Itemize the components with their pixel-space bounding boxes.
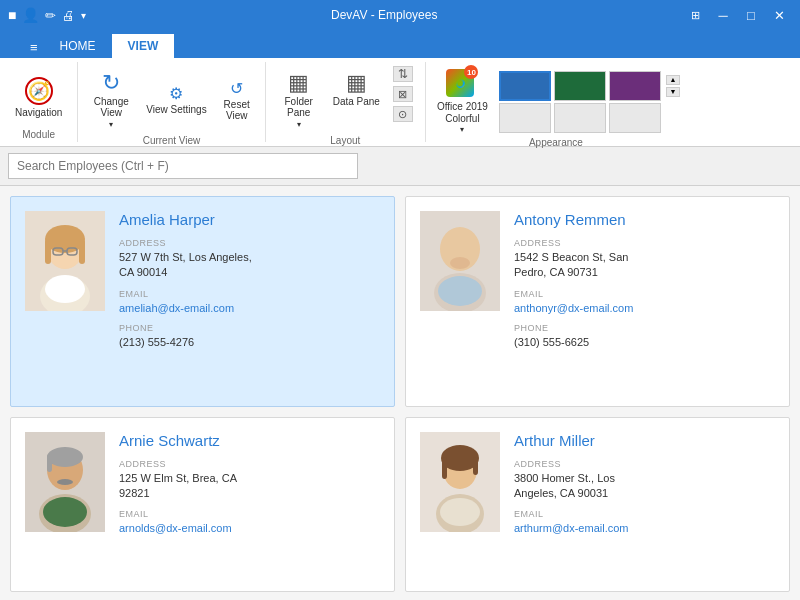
search-bar	[0, 147, 800, 186]
change-view-label: ChangeView	[94, 96, 129, 118]
phone-value: (213) 555-4276	[119, 335, 380, 350]
employee-photo	[420, 211, 500, 311]
svg-point-18	[47, 447, 83, 467]
office-dropdown-arrow: ▾	[460, 125, 464, 134]
swatch-empty-2[interactable]	[554, 103, 606, 133]
ribbon-group-appearance: O 10 Office 2019Colorful ▾ ▲	[426, 62, 686, 142]
office-badge: 10	[464, 65, 478, 79]
swatch-purple[interactable]	[609, 71, 661, 101]
email-link[interactable]: arthurm@dx-email.com	[514, 522, 628, 534]
phone-label: PHONE	[514, 323, 775, 333]
swatch-row-2	[499, 103, 680, 133]
svg-rect-27	[473, 457, 478, 475]
layout-icon-3[interactable]: ⊙	[393, 106, 413, 122]
address-label: ADDRESS	[514, 459, 775, 469]
close-button[interactable]: ✕	[766, 2, 792, 28]
phone-row: PHONE (213) 555-4276	[119, 323, 380, 350]
appearance-group-label: Appearance	[529, 137, 583, 150]
svg-rect-4	[45, 239, 51, 264]
address-value: 125 W Elm St, Brea, CA92821	[119, 471, 380, 502]
view-settings-label: View Settings	[146, 104, 206, 115]
employee-info: Arnie Schwartz ADDRESS 125 W Elm St, Bre…	[119, 432, 380, 544]
email-label: EMAIL	[119, 509, 380, 519]
restore-grid-button[interactable]: ⊞	[682, 2, 708, 28]
view-settings-button[interactable]: ⚙ View Settings	[140, 82, 212, 119]
folder-pane-arrow: ▾	[297, 120, 301, 129]
cards-container: Amelia Harper ADDRESS 527 W 7th St, Los …	[0, 186, 800, 600]
svg-point-28	[440, 498, 480, 526]
title-bar: ■ 👤 ✏ 🖨 ▾ DevAV - Employees ⊞ ─ □ ✕	[0, 0, 800, 30]
tab-view[interactable]: VIEW	[112, 34, 175, 58]
change-view-button[interactable]: ↻ ChangeView ▾	[86, 66, 136, 135]
data-pane-icon: ▦	[346, 72, 367, 94]
quick-menu-icon[interactable]: ≡	[30, 40, 38, 55]
swatch-empty-1[interactable]	[499, 103, 551, 133]
address-row: ADDRESS 125 W Elm St, Brea, CA92821	[119, 459, 380, 502]
title-bar-left: ■ 👤 ✏ 🖨 ▾	[8, 7, 86, 23]
employee-card[interactable]: Amelia Harper ADDRESS 527 W 7th St, Los …	[10, 196, 395, 407]
current-view-buttons: ↻ ChangeView ▾ ⚙ View Settings ↺ ResetVi…	[86, 62, 256, 135]
svg-point-14	[438, 276, 482, 306]
change-view-arrow: ▾	[109, 120, 113, 129]
layout-icon-1[interactable]: ⇅	[393, 66, 413, 82]
employee-card[interactable]: Arnie Schwartz ADDRESS 125 W Elm St, Bre…	[10, 417, 395, 592]
address-value: 1542 S Beacon St, SanPedro, CA 90731	[514, 250, 775, 281]
email-row: EMAIL anthonyr@dx-email.com	[514, 289, 775, 315]
address-row: ADDRESS 527 W 7th St, Los Angeles,CA 900…	[119, 238, 380, 281]
print-icon: 🖨	[62, 8, 75, 23]
employee-card[interactable]: Arthur Miller ADDRESS 3800 Homer St., Lo…	[405, 417, 790, 592]
data-pane-button[interactable]: ▦ Data Pane	[326, 66, 387, 113]
email-link[interactable]: anthonyr@dx-email.com	[514, 302, 633, 314]
employee-photo	[25, 211, 105, 311]
email-row: EMAIL arthurm@dx-email.com	[514, 509, 775, 535]
ribbon: ≡ HOME VIEW 🧭 Navigation Module ↻ Change…	[0, 30, 800, 147]
pen-icon: ✏	[45, 8, 56, 23]
scroll-up-button[interactable]: ▲	[666, 75, 680, 85]
svg-rect-26	[442, 457, 447, 479]
office-icon-inner: O 10	[446, 69, 474, 97]
view-settings-icon: ⚙	[169, 86, 183, 102]
swatch-scroll: ▲ ▼	[666, 75, 680, 97]
folder-pane-label: FolderPane	[284, 96, 312, 118]
swatch-green[interactable]	[554, 71, 606, 101]
current-view-label: Current View	[143, 135, 201, 148]
email-link[interactable]: ameliah@dx-email.com	[119, 302, 234, 314]
employee-photo	[420, 432, 500, 532]
layout-buttons: ▦ FolderPane ▾ ▦ Data Pane ⇅ ⊠ ⊙	[274, 62, 417, 135]
reset-view-button[interactable]: ↺ ResetView	[217, 77, 257, 125]
employee-card[interactable]: Antony Remmen ADDRESS 1542 S Beacon St, …	[405, 196, 790, 407]
tab-home[interactable]: HOME	[44, 34, 112, 58]
svg-point-20	[57, 479, 73, 485]
office-2019-icon: O 10	[446, 69, 478, 101]
employee-info: Amelia Harper ADDRESS 527 W 7th St, Los …	[119, 211, 380, 358]
minimize-button[interactable]: ─	[710, 2, 736, 28]
folder-pane-button[interactable]: ▦ FolderPane ▾	[274, 66, 324, 135]
module-group-label: Module	[22, 129, 55, 142]
reset-view-icon: ↺	[230, 81, 243, 97]
ribbon-group-module: 🧭 Navigation Module	[0, 62, 78, 142]
layout-extra-icons: ⇅ ⊠ ⊙	[389, 66, 417, 122]
email-label: EMAIL	[514, 509, 775, 519]
layout-icon-2[interactable]: ⊠	[393, 86, 413, 102]
swatch-blue[interactable]	[499, 71, 551, 101]
folder-pane-icon: ▦	[288, 72, 309, 94]
email-link[interactable]: arnolds@dx-email.com	[119, 522, 232, 534]
employee-info: Arthur Miller ADDRESS 3800 Homer St., Lo…	[514, 432, 775, 544]
maximize-button[interactable]: □	[738, 2, 764, 28]
address-value: 527 W 7th St, Los Angeles,CA 90014	[119, 250, 380, 281]
svg-point-21	[43, 497, 87, 527]
ribbon-content: 🧭 Navigation Module ↻ ChangeView ▾ ⚙ Vie…	[0, 58, 800, 146]
phone-label: PHONE	[119, 323, 380, 333]
data-pane-label: Data Pane	[333, 96, 380, 107]
scroll-down-button[interactable]: ▼	[666, 87, 680, 97]
navigation-button[interactable]: 🧭 Navigation	[8, 71, 69, 124]
swatch-empty-3[interactable]	[609, 103, 661, 133]
search-input[interactable]	[8, 153, 358, 179]
ribbon-group-layout: ▦ FolderPane ▾ ▦ Data Pane ⇅ ⊠ ⊙ Layout	[266, 62, 426, 142]
email-row: EMAIL ameliah@dx-email.com	[119, 289, 380, 315]
employee-photo	[25, 432, 105, 532]
employee-name: Arthur Miller	[514, 432, 775, 449]
swatches-area: ▲ ▼	[499, 71, 680, 133]
office-label: Office 2019Colorful	[437, 101, 488, 125]
office-2019-button[interactable]: O 10 Office 2019Colorful ▾	[432, 66, 493, 137]
